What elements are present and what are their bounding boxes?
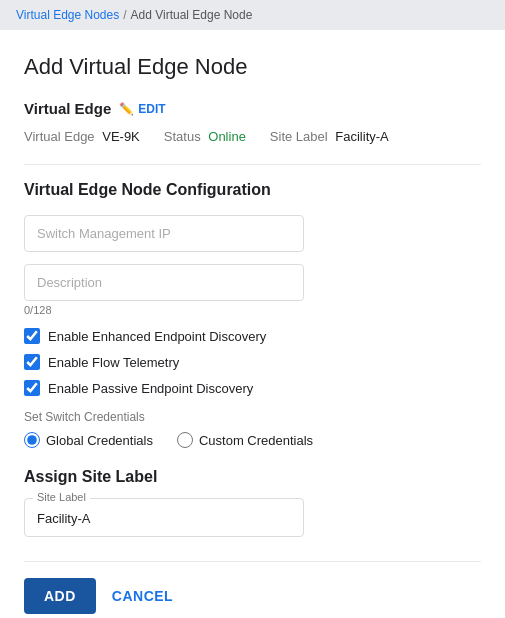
radio-group: Global Credentials Custom Credentials bbox=[24, 432, 481, 448]
assign-site-title: Assign Site Label bbox=[24, 468, 481, 486]
checkbox-passive-endpoint: Enable Passive Endpoint Discovery bbox=[24, 380, 481, 396]
char-count: 0/128 bbox=[24, 304, 481, 316]
status-value: Online bbox=[208, 129, 246, 144]
passive-endpoint-label: Enable Passive Endpoint Discovery bbox=[48, 381, 253, 396]
site-label-field: Site Label Facility-A bbox=[24, 498, 304, 537]
virtual-edge-info: Virtual Edge VE-9K Status Online Site La… bbox=[24, 129, 481, 144]
breadcrumb-separator: / bbox=[123, 8, 126, 22]
credentials-title: Set Switch Credentials bbox=[24, 410, 481, 424]
description-input[interactable] bbox=[24, 264, 304, 301]
checkbox-enhanced-endpoint: Enable Enhanced Endpoint Discovery bbox=[24, 328, 481, 344]
custom-credentials-option[interactable]: Custom Credentials bbox=[177, 432, 313, 448]
ve-value: VE-9K bbox=[102, 129, 140, 144]
flow-telemetry-label: Enable Flow Telemetry bbox=[48, 355, 179, 370]
divider bbox=[24, 164, 481, 165]
page-title: Add Virtual Edge Node bbox=[24, 54, 481, 80]
switch-management-ip-group bbox=[24, 215, 481, 252]
cancel-button[interactable]: CANCEL bbox=[112, 588, 173, 604]
checkbox-flow-telemetry: Enable Flow Telemetry bbox=[24, 354, 481, 370]
site-label-value: Facility-A bbox=[335, 129, 388, 144]
breadcrumb: Virtual Edge Nodes / Add Virtual Edge No… bbox=[0, 0, 505, 30]
breadcrumb-current: Add Virtual Edge Node bbox=[131, 8, 253, 22]
status-group: Status Online bbox=[164, 129, 246, 144]
breadcrumb-parent[interactable]: Virtual Edge Nodes bbox=[16, 8, 119, 22]
passive-endpoint-checkbox[interactable] bbox=[24, 380, 40, 396]
pencil-icon: ✏️ bbox=[119, 102, 134, 116]
virtual-edge-section-title: Virtual Edge bbox=[24, 100, 111, 117]
switch-management-ip-input[interactable] bbox=[24, 215, 304, 252]
site-label-group: Site Label Facility-A bbox=[270, 129, 389, 144]
site-label-legend: Site Label bbox=[33, 491, 90, 503]
enhanced-endpoint-label: Enable Enhanced Endpoint Discovery bbox=[48, 329, 266, 344]
main-content: Add Virtual Edge Node Virtual Edge ✏️ ED… bbox=[0, 30, 505, 618]
assign-site-section: Assign Site Label Site Label Facility-A bbox=[24, 468, 481, 537]
description-group: 0/128 bbox=[24, 264, 481, 316]
config-section-title: Virtual Edge Node Configuration bbox=[24, 181, 481, 199]
enhanced-endpoint-checkbox[interactable] bbox=[24, 328, 40, 344]
site-label-display: Facility-A bbox=[37, 511, 291, 526]
global-credentials-label: Global Credentials bbox=[46, 433, 153, 448]
custom-credentials-radio[interactable] bbox=[177, 432, 193, 448]
edit-label: EDIT bbox=[138, 102, 165, 116]
action-bar: ADD CANCEL bbox=[24, 561, 481, 614]
virtual-edge-section-header: Virtual Edge ✏️ EDIT bbox=[24, 100, 481, 117]
flow-telemetry-checkbox[interactable] bbox=[24, 354, 40, 370]
ve-label: Virtual Edge VE-9K bbox=[24, 129, 140, 144]
edit-button[interactable]: ✏️ EDIT bbox=[119, 102, 165, 116]
credentials-section: Set Switch Credentials Global Credential… bbox=[24, 410, 481, 448]
add-button[interactable]: ADD bbox=[24, 578, 96, 614]
custom-credentials-label: Custom Credentials bbox=[199, 433, 313, 448]
global-credentials-radio[interactable] bbox=[24, 432, 40, 448]
global-credentials-option[interactable]: Global Credentials bbox=[24, 432, 153, 448]
